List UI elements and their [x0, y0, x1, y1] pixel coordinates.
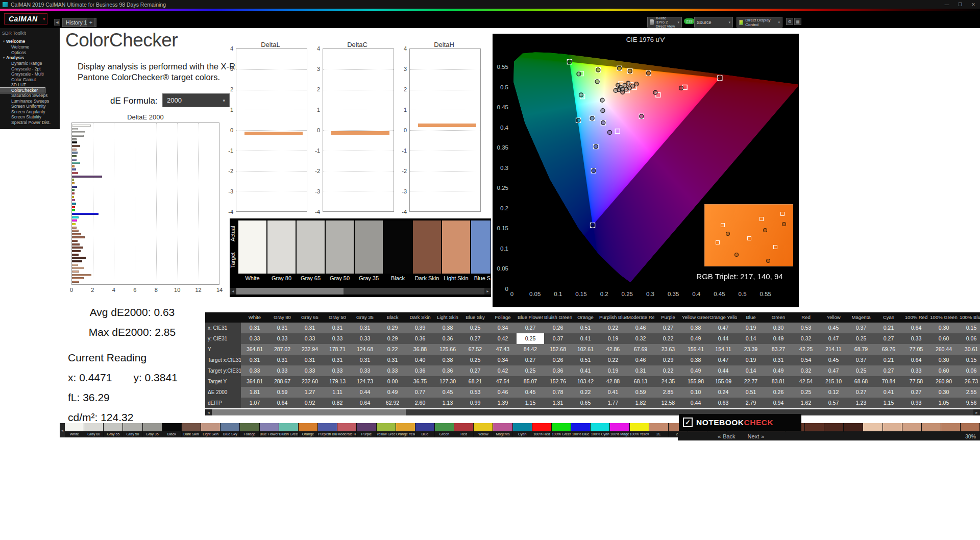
table-cell[interactable]: 0.22	[654, 333, 682, 344]
table-cell[interactable]: 0.25	[461, 323, 489, 333]
table-cell[interactable]: 1.15	[875, 398, 902, 408]
sidebar-item-luminance-sweeps[interactable]: Luminance Sweeps	[0, 99, 60, 104]
table-cell[interactable]: 0.31	[324, 355, 351, 365]
table-cell[interactable]: 0.41	[875, 387, 902, 398]
back-button[interactable]: «Back	[718, 433, 736, 439]
sidebar-item-screen-stability[interactable]: Screen Stability	[0, 114, 60, 120]
table-cell[interactable]: 0.33	[241, 365, 268, 376]
table-cell[interactable]: 85.07	[517, 376, 544, 387]
table-cell[interactable]: 1.27	[296, 387, 324, 398]
table-cell[interactable]: 0.64	[902, 323, 930, 333]
table-cell[interactable]: 103.42	[572, 376, 599, 387]
scroll-left-icon[interactable]: ◄	[60, 423, 65, 437]
table-cell[interactable]: 42.86	[599, 344, 627, 355]
table-cell[interactable]: 0.53	[792, 323, 820, 333]
sidebar-item-grayscale-2pt[interactable]: Grayscale - 2pt	[0, 66, 60, 72]
table-cell[interactable]: 287.02	[268, 344, 296, 355]
table-cell[interactable]: 0.25	[461, 355, 489, 365]
table-cell[interactable]: 0.33	[268, 333, 296, 344]
strip-patch-100-yellow[interactable]: 100% Yellow	[630, 423, 649, 437]
table-cell[interactable]: 152.68	[544, 344, 572, 355]
source-dropdown[interactable]: Source ▾	[694, 17, 733, 28]
table-cell[interactable]: 1.23	[847, 398, 875, 408]
table-cell[interactable]: 0.31	[296, 355, 324, 365]
table-cell[interactable]: 0.46	[627, 355, 654, 365]
table-cell[interactable]: 260.90	[930, 376, 958, 387]
swatch-gray-65[interactable]: Gray 65	[297, 220, 325, 282]
strip-patch-white[interactable]: White	[65, 423, 84, 437]
table-cell[interactable]: 0.21	[875, 355, 902, 365]
table-cell[interactable]: 0.51	[572, 355, 599, 365]
table-cell[interactable]: 0.21	[875, 323, 902, 333]
table-cell[interactable]: 83.27	[765, 344, 792, 355]
table-cell[interactable]: 0.31	[627, 365, 654, 376]
table-cell[interactable]: 0.33	[296, 365, 324, 376]
table-cell[interactable]: 0.33	[379, 365, 406, 376]
table-cell[interactable]: 0.33	[296, 333, 324, 344]
table-cell[interactable]: 0.06	[958, 365, 980, 376]
table-cell[interactable]: 0.29	[379, 333, 406, 344]
table-cell[interactable]: 232.60	[296, 376, 324, 387]
table-cell[interactable]: 0.33	[324, 365, 351, 376]
sidebar-collapse-button[interactable]: ◀	[54, 19, 60, 26]
table-cell[interactable]: 0.10	[682, 387, 709, 398]
strip-patch-foliage[interactable]: Foliage	[240, 423, 259, 437]
table-cell[interactable]: 0.44	[682, 398, 709, 408]
table-cell[interactable]: 0.36	[544, 365, 572, 376]
table-cell[interactable]: 0.25	[847, 333, 875, 344]
table-cell[interactable]: 0.30	[765, 323, 792, 333]
table-cell[interactable]: 0.27	[461, 333, 489, 344]
table-cell[interactable]: 0.51	[572, 323, 599, 333]
swatch-blue-sky[interactable]: Blue Sky	[471, 220, 491, 282]
table-cell[interactable]: 124.73	[351, 376, 379, 387]
strip-patch-gray-80[interactable]: Gray 80	[84, 423, 104, 437]
strip-patch-light-skin[interactable]: Light Skin	[201, 423, 220, 437]
table-cell[interactable]: 67.52	[461, 344, 489, 355]
table-cell[interactable]: 0.29	[654, 355, 682, 365]
strip-patch-magenta[interactable]: Magenta	[493, 423, 512, 437]
table-cell[interactable]: 0.46	[489, 387, 517, 398]
calman-logo-menu[interactable]: CalMAN ▾	[4, 13, 47, 24]
table-cell[interactable]: 152.76	[544, 376, 572, 387]
table-cell[interactable]: 0.19	[599, 333, 627, 344]
add-tab-button[interactable]: +	[87, 18, 95, 27]
sidebar-item-dynamic-range[interactable]: Dynamic Range	[0, 61, 60, 66]
table-cell[interactable]: 0.36	[434, 333, 461, 344]
sidebar-item-welcome[interactable]: Welcome	[0, 44, 60, 50]
table-cell[interactable]: 214.11	[820, 344, 847, 355]
maximize-button[interactable]: ❐	[953, 0, 967, 9]
table-cell[interactable]: 0.30	[930, 387, 958, 398]
table-cell[interactable]: 84.42	[517, 344, 544, 355]
strip-patch-100-blue[interactable]: 100% Blue	[571, 423, 591, 437]
table-cell[interactable]: 0.31	[765, 355, 792, 365]
sidebar-item-options[interactable]: Options	[0, 50, 60, 56]
table-cell[interactable]: 62.92	[379, 398, 406, 408]
table-cell[interactable]: 36.88	[406, 344, 434, 355]
table-cell[interactable]: 1.07	[241, 398, 268, 408]
table-cell[interactable]: 0.19	[599, 365, 627, 376]
strip-patch-black[interactable]: Black	[162, 423, 182, 437]
swatch-gray-80[interactable]: Gray 80	[267, 220, 296, 282]
table-cell[interactable]: 0.27	[517, 323, 544, 333]
table-cell[interactable]: 0.63	[709, 398, 737, 408]
gear-icon[interactable]: ⚙	[786, 18, 793, 25]
table-cell[interactable]: 1.31	[544, 398, 572, 408]
table-cell[interactable]: 0.82	[324, 398, 351, 408]
swatch-scrollbar[interactable]: ◄ ►	[230, 288, 491, 294]
sidebar-item-spectral-power-dist[interactable]: Spectral Power Dist.	[0, 120, 60, 126]
scroll-right-icon[interactable]: ►	[973, 409, 980, 415]
table-cell[interactable]: 0.49	[765, 333, 792, 344]
table-cell[interactable]: 0.44	[709, 333, 737, 344]
table-cell[interactable]: 0.00	[379, 376, 406, 387]
table-cell[interactable]: 0.46	[627, 323, 654, 333]
table-cell[interactable]: 125.66	[434, 344, 461, 355]
table-cell[interactable]: 0.15	[958, 323, 980, 333]
table-cell[interactable]: 0.34	[489, 323, 517, 333]
table-cell[interactable]: 178.71	[324, 344, 351, 355]
table-cell[interactable]: 0.44	[709, 365, 737, 376]
table-cell[interactable]: 0.92	[296, 398, 324, 408]
table-cell[interactable]: 0.26	[765, 387, 792, 398]
swatch-white[interactable]: White	[238, 220, 266, 282]
table-cell[interactable]: 1.05	[930, 398, 958, 408]
table-scrollbar[interactable]: ◄ ►	[205, 409, 980, 415]
